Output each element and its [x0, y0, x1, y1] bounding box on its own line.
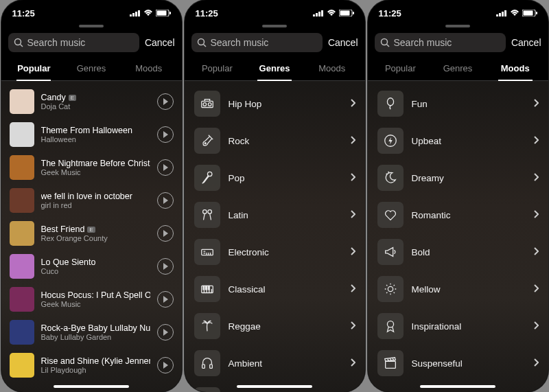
svg-rect-37	[502, 12, 504, 16]
svg-point-19	[203, 103, 207, 106]
track-title: we fell in love in october	[41, 192, 150, 201]
category-label: Fun	[412, 99, 525, 109]
svg-point-22	[207, 172, 211, 176]
cancel-button[interactable]: Cancel	[145, 37, 175, 48]
track-row[interactable]: Theme From HalloweenHalloween	[1, 118, 182, 151]
album-art	[10, 221, 34, 246]
track-artist: Halloween	[41, 135, 150, 143]
tab-popular[interactable]: Popular	[5, 58, 63, 80]
category-row[interactable]: Hip Hop	[185, 85, 365, 122]
clapboard-icon	[377, 350, 404, 376]
category-label: Electronic	[229, 247, 342, 257]
play-button[interactable]	[157, 225, 174, 242]
genres-list[interactable]: Hip HopRockPopLatinElectronicClassicalRe…	[185, 81, 365, 392]
play-button[interactable]	[157, 357, 174, 373]
track-text: CandyEDoja Cat	[41, 93, 150, 111]
tab-genres[interactable]: Genres	[62, 58, 120, 80]
play-button[interactable]	[157, 258, 174, 275]
category-row[interactable]: Electronic	[185, 233, 365, 270]
tab-popular[interactable]: Popular	[372, 58, 430, 80]
category-row[interactable]: Rock	[185, 122, 365, 159]
home-indicator[interactable]	[54, 385, 129, 388]
wifi-icon	[510, 10, 519, 16]
moods-list[interactable]: FunUpbeatDreamyRomanticBoldMellowInspira…	[368, 81, 548, 392]
track-row[interactable]: Hocus Pocus: I Put A Spell On YouGeek Mu…	[1, 283, 182, 316]
home-indicator[interactable]	[237, 385, 312, 388]
chevron-right-icon	[533, 246, 539, 258]
category-row[interactable]: Ambient	[185, 345, 365, 382]
category-row[interactable]: Inspirational	[368, 308, 548, 345]
play-button[interactable]	[157, 159, 174, 176]
track-row[interactable]: CandyEDoja Cat	[1, 85, 182, 118]
svg-rect-29	[208, 286, 209, 290]
svg-line-8	[20, 45, 23, 47]
track-row[interactable]: Best FriendERex Orange County	[1, 217, 182, 250]
category-row[interactable]: Latin	[185, 196, 365, 233]
svg-point-46	[386, 174, 387, 174]
album-art	[10, 155, 34, 180]
track-row[interactable]: The Nightmare Before Christmas...Geek Mu…	[1, 151, 182, 184]
category-row[interactable]: Romantic	[368, 196, 548, 233]
svg-point-24	[207, 210, 211, 214]
category-row[interactable]: Reggae	[185, 308, 365, 345]
track-artist: Geek Music	[41, 300, 150, 308]
category-row[interactable]: Pop	[185, 159, 365, 196]
track-artist: Baby Lullaby Garden	[41, 333, 150, 341]
category-row[interactable]: Dreamy	[368, 159, 548, 196]
search-input[interactable]: Search music	[8, 33, 139, 52]
tab-genres[interactable]: Genres	[429, 58, 487, 80]
tab-popular[interactable]: Popular	[189, 58, 246, 80]
category-row[interactable]: Suspenseful	[368, 345, 548, 382]
sheet-grabber[interactable]	[445, 25, 470, 27]
category-row[interactable]: Mellow	[368, 270, 548, 308]
cancel-button[interactable]: Cancel	[328, 37, 358, 48]
phone-popular: 11:25 Search music Cancel Popular Genres…	[1, 0, 182, 392]
track-title: Theme From Halloween	[41, 126, 150, 135]
svg-rect-15	[353, 12, 354, 14]
status-bar: 11:25	[1, 0, 182, 21]
category-row[interactable]: Bold	[368, 233, 548, 270]
cancel-button[interactable]: Cancel	[511, 37, 541, 48]
search-input[interactable]: Search music	[375, 33, 506, 52]
category-label: Suspenseful	[412, 358, 525, 369]
home-indicator[interactable]	[420, 385, 495, 388]
svg-point-42	[381, 39, 387, 45]
svg-rect-5	[156, 11, 166, 16]
svg-point-44	[387, 98, 393, 106]
tab-moods[interactable]: Moods	[120, 58, 178, 80]
search-input[interactable]: Search music	[191, 33, 323, 52]
track-row[interactable]: Rise and Shine (Kylie Jenner)Lil Playdou…	[1, 349, 182, 382]
category-row[interactable]: Classical	[185, 270, 365, 308]
svg-point-7	[14, 39, 21, 45]
play-button[interactable]	[157, 192, 174, 209]
play-button[interactable]	[157, 324, 174, 341]
svg-rect-12	[321, 10, 323, 16]
track-artist: Doja Cat	[41, 102, 150, 111]
play-button[interactable]	[157, 93, 174, 110]
tab-moods[interactable]: Moods	[303, 58, 361, 80]
svg-rect-6	[170, 12, 171, 14]
svg-point-23	[202, 210, 207, 214]
signal-icon	[130, 10, 141, 16]
play-button[interactable]	[157, 291, 174, 308]
category-label: Inspirational	[412, 321, 525, 332]
track-row[interactable]: we fell in love in octobergirl in red	[1, 184, 182, 217]
chevron-right-icon	[533, 320, 539, 332]
track-row[interactable]: Lo Que SientoCuco	[1, 250, 182, 283]
chevron-right-icon	[350, 209, 355, 221]
album-art	[10, 287, 34, 312]
svg-rect-28	[205, 286, 207, 290]
play-button[interactable]	[157, 126, 174, 143]
tab-genres[interactable]: Genres	[246, 58, 303, 80]
status-time: 11:25	[196, 8, 218, 19]
explicit-badge: E	[87, 227, 95, 233]
category-row[interactable]: Fun	[368, 85, 548, 122]
popular-list[interactable]: CandyEDoja CatTheme From HalloweenHallow…	[1, 81, 182, 392]
track-artist: Cuco	[41, 267, 150, 275]
svg-rect-27	[203, 286, 205, 290]
track-row[interactable]: Rock-a-Bye Baby Lullaby Nurser...Baby Lu…	[1, 316, 182, 349]
tab-moods[interactable]: Moods	[487, 58, 544, 80]
category-row[interactable]: Upbeat	[368, 122, 548, 159]
sheet-grabber[interactable]	[262, 25, 287, 27]
sheet-grabber[interactable]	[79, 25, 104, 27]
